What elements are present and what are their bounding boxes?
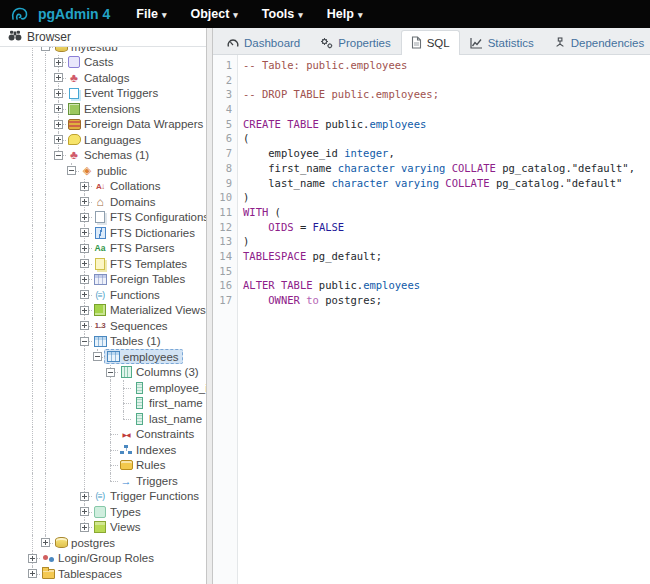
tab-sql[interactable]: SQL [401, 30, 460, 55]
tree-item-domains[interactable]: Domains [26, 194, 206, 210]
tree-connector [78, 272, 91, 288]
tree-item-sequences[interactable]: Sequences [26, 318, 206, 334]
tree-item-foreign-data-wrappers[interactable]: Foreign Data Wrappers [26, 117, 206, 133]
tree-item-postgres[interactable]: postgres [26, 535, 206, 551]
collapse-toggle[interactable] [54, 151, 63, 160]
collapse-toggle[interactable] [41, 47, 50, 51]
collapse-toggle[interactable] [106, 368, 115, 377]
tree-item-schemas-1[interactable]: Schemas (1) [26, 148, 206, 164]
expand-toggle[interactable] [54, 58, 63, 67]
code-token: pg_default; [306, 250, 382, 262]
tree-item-label: public [97, 165, 127, 177]
tree-item-triggers[interactable]: Triggers [26, 473, 206, 489]
tree-item-constraints[interactable]: Constraints [26, 427, 206, 443]
tab-dashboard[interactable]: Dashboard [217, 31, 310, 55]
tree-item-extensions[interactable]: Extensions [26, 101, 206, 117]
tab-dependencies[interactable]: Dependencies [544, 31, 650, 55]
menu-help[interactable]: Help [327, 7, 363, 21]
tree-item-rules[interactable]: Rules [26, 458, 206, 474]
tree-item-fts-parsers[interactable]: FTS Parsers [26, 241, 206, 257]
tab-properties[interactable]: Properties [310, 31, 400, 55]
panel-splitter[interactable] [206, 28, 213, 584]
tree-item-casts[interactable]: Casts [26, 55, 206, 71]
code-line: OIDS = FALSE [243, 220, 650, 235]
collapse-toggle[interactable] [67, 166, 76, 175]
browser-panel-tab[interactable]: Browser [0, 28, 206, 47]
tree-item-languages[interactable]: Languages [26, 132, 206, 148]
expand-toggle[interactable] [80, 507, 89, 516]
expand-toggle[interactable] [41, 538, 50, 547]
tree-item-catalogs[interactable]: Catalogs [26, 70, 206, 86]
tree-item-views[interactable]: Views [26, 520, 206, 536]
expand-toggle[interactable] [80, 197, 89, 206]
expand-toggle[interactable] [80, 321, 89, 330]
tree-guide-line [78, 411, 91, 427]
expand-toggle[interactable] [80, 213, 89, 222]
tree-item-fts-configurations[interactable]: FTS Configurations [26, 210, 206, 226]
expand-toggle[interactable] [54, 89, 63, 98]
tree-item-fts-dictionaries[interactable]: FTS Dictionaries [26, 225, 206, 241]
tree-guide-line [65, 287, 78, 303]
expand-toggle[interactable] [80, 275, 89, 284]
line-number: 10 [213, 190, 232, 205]
tree-item-mytestdb[interactable]: mytestdb [26, 47, 206, 55]
menu-tools[interactable]: Tools [262, 7, 303, 21]
code-token: , [388, 147, 394, 159]
expand-toggle[interactable] [28, 569, 37, 578]
expand-toggle[interactable] [80, 228, 89, 237]
tree-guide-line [39, 442, 52, 458]
tree-item-body: Login/Group Roles [39, 551, 158, 566]
collapse-toggle[interactable] [80, 337, 89, 346]
tree-guide-line [39, 210, 52, 226]
menu-object[interactable]: Object [190, 7, 237, 21]
code-line [243, 102, 650, 117]
expand-toggle[interactable] [54, 104, 63, 113]
tree-connector [52, 55, 65, 71]
expand-toggle[interactable] [80, 290, 89, 299]
code-token: employees [363, 279, 420, 291]
tree-guide-line [39, 458, 52, 474]
menu-file[interactable]: File [136, 7, 166, 21]
expand-toggle[interactable] [54, 135, 63, 144]
tree-item-fts-templates[interactable]: FTS Templates [26, 256, 206, 272]
expand-toggle[interactable] [80, 306, 89, 315]
tree-item-materialized-views[interactable]: Materialized Views [26, 303, 206, 319]
expand-toggle[interactable] [80, 182, 89, 191]
tree-guide-line [39, 520, 52, 536]
tree-item-trigger-functions[interactable]: Trigger Functions [26, 489, 206, 505]
tree-item-columns-3[interactable]: Columns (3) [26, 365, 206, 381]
tree-item-tablespaces[interactable]: Tablespaces [26, 566, 206, 582]
tree-item-public[interactable]: public [26, 163, 206, 179]
expand-toggle[interactable] [80, 523, 89, 532]
tree-guide-line [52, 225, 65, 241]
collapse-toggle[interactable] [93, 352, 102, 361]
menu-label: Object [190, 7, 229, 21]
expand-toggle[interactable] [28, 554, 37, 563]
tree-item-foreign-tables[interactable]: Foreign Tables [26, 272, 206, 288]
tree-guide-line [39, 365, 52, 381]
sql-editor[interactable]: 1234567891011121314151617 -- Table: publ… [213, 55, 650, 584]
tree-connector [78, 287, 91, 303]
tab-statistics[interactable]: Statistics [460, 31, 544, 55]
expand-toggle[interactable] [54, 73, 63, 82]
tree-item-login-group-roles[interactable]: Login/Group Roles [26, 551, 206, 567]
tree-item-types[interactable]: Types [26, 504, 206, 520]
tree-item-event-triggers[interactable]: Event Triggers [26, 86, 206, 102]
tree-item-first-name[interactable]: first_name [26, 396, 206, 412]
tree-item-functions[interactable]: Functions [26, 287, 206, 303]
expand-toggle[interactable] [80, 244, 89, 253]
tree-item-employees[interactable]: employees [26, 349, 206, 365]
tree-item-last-name[interactable]: last_name [26, 411, 206, 427]
tree-item-employee-id[interactable]: employee_id [26, 380, 206, 396]
expand-toggle[interactable] [54, 120, 63, 129]
tree-item-label: Materialized Views [110, 304, 206, 316]
expand-toggle[interactable] [80, 259, 89, 268]
tree-item-collations[interactable]: Collations [26, 179, 206, 195]
tree-item-tables-1[interactable]: Tables (1) [26, 334, 206, 350]
expand-toggle[interactable] [80, 492, 89, 501]
tree-item-indexes[interactable]: Indexes [26, 442, 206, 458]
column-icon [132, 412, 146, 425]
code-line: WITH ( [243, 205, 650, 220]
fts-configurations-icon [93, 211, 107, 224]
line-number: 4 [213, 102, 232, 117]
